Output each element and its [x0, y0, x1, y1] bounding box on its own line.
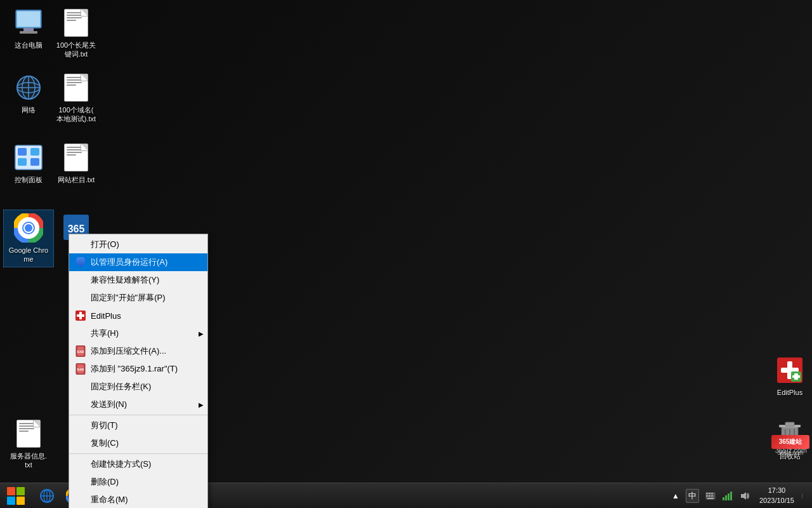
desktop-icon-nav[interactable]: 网站栏目.txt	[51, 140, 102, 187]
server-info-icon	[13, 418, 44, 449]
network-icon	[13, 72, 44, 103]
this-pc-icon	[13, 8, 44, 38]
start-button[interactable]	[0, 483, 32, 509]
nav-label: 网站栏目.txt	[58, 175, 95, 184]
longkeywords-icon	[61, 8, 91, 38]
ctx-share-icon	[74, 327, 87, 340]
ctx-copy[interactable]: 复制(C)	[69, 434, 207, 452]
ctx-pin-taskbar-icon	[74, 380, 87, 393]
ctx-create-shortcut[interactable]: 创建快捷方式(S)	[69, 455, 207, 473]
ctx-compatibility[interactable]: 兼容性疑难解答(Y)	[69, 271, 207, 289]
svg-rect-59	[728, 493, 730, 500]
tray-ime[interactable]: 中	[684, 486, 701, 505]
ctx-editplus-label: EditPlus	[91, 311, 121, 321]
svg-text:RAR: RAR	[77, 368, 84, 371]
ctx-rename-label: 重命名(M)	[91, 494, 128, 505]
tray-volume[interactable]	[738, 488, 752, 504]
ctx-share[interactable]: 共享(H) ▶	[69, 324, 207, 342]
longkeywords-label: 100个长尾关键词.txt	[56, 41, 96, 59]
taskbar-tray: ▲ 中	[670, 486, 812, 505]
ctx-pin-taskbar-label: 固定到任务栏(K)	[91, 381, 151, 392]
tray-show-desktop[interactable]	[802, 493, 807, 498]
svg-rect-58	[725, 495, 727, 500]
ctx-delete-icon	[74, 476, 87, 488]
tray-ime-label: 中	[686, 489, 699, 503]
nav-icon	[61, 142, 91, 173]
ctx-pin-start-label: 固定到"开始"屏幕(P)	[91, 292, 166, 304]
svg-rect-3	[20, 31, 37, 34]
ctx-run-as-admin-label: 以管理员身份运行(A)	[91, 257, 167, 268]
win-logo-blue	[7, 497, 15, 505]
windows-logo	[7, 487, 25, 505]
ctx-send-to-arrow: ▶	[199, 401, 204, 408]
ctx-cut-label: 剪切(T)	[91, 420, 118, 431]
taskbar-clock[interactable]: 17:30 2023/10/15	[754, 486, 799, 505]
desktop-icon-longkeywords[interactable]: 100个长尾关键词.txt	[51, 5, 102, 62]
svg-rect-53	[706, 495, 708, 497]
context-menu: 打开(O) 以管理员身份运行(A) 兼容性疑难解答(Y) 固定到"开始"屏幕(P…	[69, 234, 208, 508]
ctx-sep2	[69, 453, 207, 454]
ctx-add-rar[interactable]: RAR 添加到压缩文件(A)...	[69, 342, 207, 360]
svg-point-18	[25, 224, 32, 232]
ctx-send-to-icon	[74, 398, 87, 411]
svg-rect-29	[785, 422, 794, 426]
svg-marker-61	[741, 492, 746, 500]
ctx-share-arrow: ▶	[199, 330, 204, 337]
logo-url: 365jz.com	[771, 450, 809, 456]
svg-rect-51	[709, 493, 710, 494]
ctx-add-rar-label: 添加到压缩文件(A)...	[91, 345, 166, 357]
ctx-copy-label: 复制(C)	[91, 438, 119, 449]
svg-rect-13	[18, 158, 27, 166]
svg-rect-26	[792, 375, 800, 378]
svg-rect-35	[77, 314, 84, 317]
logo-365jz: 365建站 365jz.com	[771, 435, 809, 456]
editplus-label: EditPlus	[777, 388, 802, 397]
ctx-create-shortcut-label: 创建快捷方式(S)	[91, 458, 151, 470]
ctx-open-label: 打开(O)	[91, 239, 119, 250]
ctx-rename[interactable]: 重命名(M)	[69, 491, 207, 508]
tray-up-arrow[interactable]: ▲	[670, 489, 681, 503]
svg-rect-52	[711, 493, 713, 494]
tray-keyboard[interactable]	[704, 490, 717, 502]
control-panel-label: 控制面板	[15, 175, 43, 184]
ctx-rename-icon	[74, 493, 87, 506]
ctx-copy-icon	[74, 437, 87, 450]
ctx-delete[interactable]: 删除(D)	[69, 473, 207, 491]
desktop-icon-chrome[interactable]: Google Chrome	[3, 210, 54, 267]
ctx-compatibility-label: 兼容性疑难解答(Y)	[91, 274, 159, 286]
logo-text: 365建站	[779, 438, 802, 446]
desktop-icon-server-info[interactable]: 服务器信息.txt	[3, 416, 54, 472]
desktop-icon-this-pc[interactable]: 这台电脑	[3, 5, 54, 52]
svg-text:365: 365	[68, 224, 85, 234]
clock-date: 2023/10/15	[759, 496, 794, 505]
svg-rect-55	[711, 495, 713, 497]
desktop-icon-domains[interactable]: 100个域名(本地测试).txt	[51, 70, 102, 126]
win-logo-yellow	[16, 497, 25, 505]
ctx-open[interactable]: 打开(O)	[69, 236, 207, 253]
taskbar-ie-icon[interactable]	[34, 484, 60, 508]
ctx-add-rar-name[interactable]: RAR 添加到 "365jz9.1.rar"(T)	[69, 360, 207, 378]
ctx-shortcut-icon	[74, 458, 87, 471]
tray-arrow-icon: ▲	[672, 491, 679, 500]
tray-network-status[interactable]	[720, 488, 735, 504]
ctx-cut[interactable]: 剪切(T)	[69, 417, 207, 434]
svg-point-9	[17, 76, 40, 99]
chrome-icon	[13, 213, 44, 243]
ctx-rar-icon: RAR	[74, 345, 87, 358]
ctx-open-icon	[74, 238, 87, 251]
domains-icon	[61, 72, 91, 103]
desktop-icon-editplus[interactable]: EditPlus	[764, 352, 812, 399]
ctx-run-as-admin[interactable]: 以管理员身份运行(A)	[69, 253, 207, 271]
ctx-editplus-icon	[74, 309, 87, 322]
ctx-pin-start[interactable]: 固定到"开始"屏幕(P)	[69, 289, 207, 307]
ctx-compat-icon	[74, 274, 87, 286]
this-pc-label: 这台电脑	[15, 41, 43, 50]
ctx-cut-icon	[74, 419, 87, 432]
desktop-icon-control-panel[interactable]: 控制面板	[3, 140, 54, 187]
ctx-editplus[interactable]: EditPlus	[69, 307, 207, 324]
ctx-pin-taskbar[interactable]: 固定到任务栏(K)	[69, 378, 207, 396]
desktop-icon-network[interactable]: 网络	[3, 70, 54, 117]
svg-rect-1	[17, 11, 40, 27]
ctx-send-to[interactable]: 发送到(N) ▶	[69, 396, 207, 413]
svg-rect-60	[730, 491, 732, 500]
